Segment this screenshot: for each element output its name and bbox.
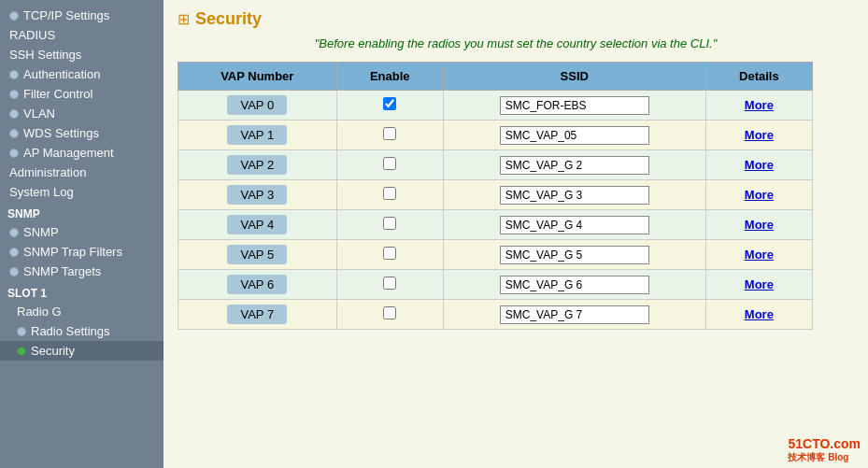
sidebar-item-radius[interactable]: RADIUS [0,25,164,45]
more-link[interactable]: More [745,277,774,291]
vap-cell: VAP 3 [178,180,337,210]
ssid-input[interactable] [500,216,649,234]
ssid-cell [443,270,705,300]
vap-cell: VAP 7 [178,300,337,330]
sidebar-item-wds[interactable]: WDS Settings [0,123,164,143]
enable-checkbox[interactable] [383,127,396,140]
table-row: VAP 4More [178,210,813,240]
details-cell: More [705,240,812,270]
vap-label: VAP 4 [227,215,287,234]
main-content: ⊞ Security "Before enabling the radios y… [164,0,868,468]
sidebar-label: RADIUS [9,28,55,42]
sidebar-item-filter-control[interactable]: Filter Control [0,84,164,104]
sidebar-item-vlan[interactable]: VLAN [0,104,164,123]
watermark-line2: 技术博客 Blog [788,452,848,462]
enable-cell [336,240,443,270]
dot-icon [17,327,26,336]
sidebar-label: Filter Control [23,87,92,101]
enable-cell [336,210,443,240]
sidebar-item-radio-settings[interactable]: Radio Settings [0,321,164,341]
vap-label: VAP 3 [227,185,287,205]
sidebar-label: SSH Settings [9,48,81,62]
vap-cell: VAP 0 [178,91,337,121]
ssid-cell [443,240,705,270]
sidebar-item-snmp[interactable]: SNMP [0,222,164,242]
vap-label: VAP 5 [227,245,287,264]
sidebar-label: Radio Settings [31,324,110,338]
enable-checkbox[interactable] [383,277,396,290]
enable-checkbox[interactable] [383,97,396,110]
sidebar-label: Authentication [23,67,100,81]
sidebar-label: Radio G [17,305,62,319]
table-row: VAP 7More [178,300,813,330]
col-header-details: Details [705,63,812,91]
dot-icon [17,347,26,356]
ssid-input[interactable] [500,276,649,294]
ssid-cell [443,91,705,121]
vap-cell: VAP 6 [178,270,337,300]
sidebar-item-tcpip[interactable]: TCP/IP Settings [0,6,164,25]
sidebar-label: SNMP Trap Filters [23,245,122,259]
ssid-cell [443,210,705,240]
sidebar-item-security[interactable]: Security [0,341,164,361]
sidebar-item-snmp-targets[interactable]: SNMP Targets [0,262,164,281]
details-cell: More [705,270,812,300]
sidebar-label: VLAN [23,106,55,121]
sidebar-label: AP Management [23,146,114,160]
dot-icon [9,129,19,138]
enable-checkbox[interactable] [383,217,396,230]
enable-checkbox[interactable] [383,306,396,319]
sidebar-label: Administration [9,165,86,179]
sidebar-item-ap-mgmt[interactable]: AP Management [0,143,164,163]
table-row: VAP 2More [178,150,813,180]
ssid-input[interactable] [500,246,649,264]
more-link[interactable]: More [745,98,774,112]
watermark-line1: 51CTO.com [788,436,861,451]
table-row: VAP 5More [178,240,813,270]
sidebar-label: WDS Settings [23,126,99,140]
vap-cell: VAP 2 [178,150,337,180]
enable-cell [336,180,443,210]
ssid-input[interactable] [500,156,649,175]
vap-label: VAP 6 [227,275,287,294]
ssid-cell [443,180,705,210]
sidebar-item-authentication[interactable]: Authentication [0,64,164,84]
watermark: 51CTO.com 技术博客 Blog [788,436,861,464]
details-cell: More [705,91,812,121]
sidebar-label: SNMP Targets [23,264,101,278]
sidebar-item-admin[interactable]: Administration [0,163,164,182]
sidebar: TCP/IP Settings RADIUS SSH Settings Auth… [0,0,164,468]
dot-icon [9,267,19,277]
sidebar-item-radio-g[interactable]: Radio G [0,302,164,321]
more-link[interactable]: More [745,128,774,142]
more-link[interactable]: More [745,218,774,232]
vap-label: VAP 0 [227,95,287,115]
col-header-vap: VAP Number [178,63,337,91]
enable-checkbox[interactable] [383,187,396,200]
ssid-input[interactable] [500,186,649,205]
ssid-input[interactable] [500,126,649,145]
ssid-input[interactable] [500,96,649,115]
vap-label: VAP 2 [227,155,287,175]
more-link[interactable]: More [745,158,774,172]
enable-checkbox[interactable] [383,157,396,170]
enable-checkbox[interactable] [383,247,396,260]
ssid-cell [443,150,705,180]
table-row: VAP 0More [178,91,813,121]
sidebar-item-snmp-trap[interactable]: SNMP Trap Filters [0,242,164,262]
sidebar-label: SNMP [23,225,59,239]
table-header-row: VAP Number Enable SSID Details [178,63,813,91]
more-link[interactable]: More [745,307,774,321]
enable-cell [336,91,443,121]
more-link[interactable]: More [745,188,774,202]
sidebar-item-ssh[interactable]: SSH Settings [0,45,164,64]
more-link[interactable]: More [745,248,774,262]
dot-icon [9,109,19,119]
vap-label: VAP 7 [227,305,287,324]
details-cell: More [705,210,812,240]
ssid-input[interactable] [500,305,649,324]
page-title: Security [195,9,262,29]
dot-icon [9,248,19,257]
sidebar-item-syslog[interactable]: System Log [0,182,164,202]
ssid-cell [443,300,705,330]
